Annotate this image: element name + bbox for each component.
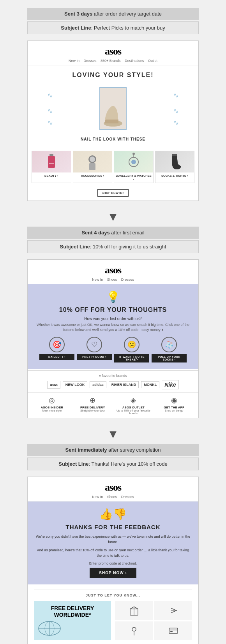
email1-hero-title: LOVING YOUR STYLE!: [35, 72, 191, 79]
email1-subject-bold: Subject Line: [61, 25, 91, 31]
brand-newlook: NEW LOOK: [63, 381, 88, 388]
svg-rect-3: [49, 163, 54, 164]
zigzag-icon-4: ∿: [173, 91, 179, 100]
email1-sent-suffix: after order delivery target date: [92, 11, 162, 17]
icon-box-4: [154, 621, 192, 640]
icon-box-3: [115, 621, 153, 640]
email3-nav: New In Shoes Dresses: [28, 495, 198, 499]
email1-logo: asos: [28, 46, 198, 57]
pull-up-label: PULL UP YOUR SOCKS ›: [152, 354, 187, 362]
email2-subject-banner: Subject Line: 10% off for giving it to u…: [27, 240, 199, 253]
icon-box-2: [154, 601, 192, 620]
email2-footer: ◎ ASOS INSIDER Meet more style ⊕ FREE DE…: [28, 392, 198, 418]
app-title: GET THE APP: [154, 406, 195, 409]
email3-promo-text: Enter promo code at checkout.: [35, 561, 191, 565]
feedback-btn-pull-up[interactable]: 🧦 PULL UP YOUR SOCKS ›: [152, 337, 187, 362]
email1-nav: New In Dresses 850+ Brands Destinations …: [28, 59, 198, 63]
cat-jewellery-label: JEWELLERY & WATCHES ›: [114, 172, 153, 183]
shoe-icon: [101, 98, 125, 129]
icon-box-1: [115, 601, 153, 620]
email3-subject-bold: Subject Line: [58, 461, 88, 467]
cat-beauty-label: BEAUTY ›: [32, 172, 71, 179]
email3-sent-bold: Sent immediately: [65, 447, 107, 453]
thumbs-icon: 👍👎: [35, 508, 191, 521]
card-icon: [168, 625, 179, 636]
feedback-btn-pretty-good[interactable]: ♡ PRETTY GOOD ›: [77, 337, 112, 362]
email2-subject-text: : 10% off for giving it to us straight: [90, 244, 166, 250]
cat-jewellery[interactable]: JEWELLERY & WATCHES ›: [114, 151, 154, 183]
delivery-icon: ⊕: [72, 396, 113, 405]
outlet-icon: ◈: [113, 396, 154, 405]
footer-outlet: ◈ ASOS OUTLET Up to 70% off your favouri…: [113, 396, 154, 415]
nailed-it-label: NAILED IT ›: [39, 354, 74, 360]
email3-bottom: JUST TO LET YOU KNOW... FREE DELIVERY WO…: [28, 584, 198, 644]
svg-rect-5: [89, 163, 95, 170]
email3-two-col: FREE DELIVERY WORLDWIDE*: [34, 601, 192, 640]
email2-feedback-btns: 🎯 NAILED IT › ♡ PRETTY GOOD › 😕 IT WASN'…: [35, 337, 191, 362]
email2-brands: ♦ favourite brands asos NEW LOOK adidas …: [28, 370, 198, 392]
email2-sent-bold: Sent 4 days: [81, 230, 109, 236]
arrow-icon: [168, 605, 179, 616]
wasnt-quite-icon: 😕: [124, 337, 139, 352]
email1-sent-bold: Sent 3 days: [64, 11, 92, 17]
email3-just-know: JUST TO LET YOU KNOW...: [34, 589, 192, 597]
email2-desc: Whether it was awesome or just OK, we wa…: [35, 322, 191, 332]
globe-icon: [38, 621, 61, 636]
insider-title: ASOS INSIDER: [32, 406, 72, 409]
email1-subject-text: : Perfect Picks to match your buy: [91, 25, 165, 31]
cat-accessories[interactable]: ACCESSORIES ›: [73, 151, 113, 183]
delivery-desc: Straight to your door: [72, 409, 113, 412]
email2-title: 10% OFF FOR YOUR THOUGHTS: [35, 306, 191, 313]
email3-mock: asos New In Shoes Dresses 👍👎 THANKS FOR …: [27, 477, 199, 644]
free-delivery-text: FREE DELIVERY WORLDWIDE*: [38, 605, 107, 618]
app-icon: ◉: [154, 396, 195, 405]
svg-point-8: [131, 160, 136, 164]
svg-point-19: [132, 627, 136, 631]
email2-hero: 💡 10% OFF FOR YOUR THOUGHTS How was your…: [28, 284, 198, 369]
zigzag-icon-5: ∿: [173, 107, 179, 115]
insider-desc: Meet more style: [32, 409, 72, 412]
email2-nav: New In Shoes Dresses: [28, 278, 198, 282]
email1-hero-image-area: ∿ ∿ ∿ ∿ ∿ ∿: [35, 83, 191, 134]
pretty-good-label: PRETTY GOOD ›: [77, 354, 112, 360]
cat-socks[interactable]: SOCKS & TIGHTS ›: [155, 151, 195, 183]
cat-accessories-image: [73, 151, 112, 172]
email3-left-col: FREE DELIVERY WORLDWIDE*: [34, 601, 111, 640]
email1-subject-banner: Subject Line: Perfect Picks to match you…: [27, 21, 199, 34]
email3-hero: 👍👎 THANKS FOR THE FEEDBACK We're sorry y…: [28, 501, 198, 584]
svg-rect-2: [48, 156, 55, 168]
app-desc: Shop on the go: [154, 409, 195, 412]
feedback-btn-wasnt-quite[interactable]: 😕 IT WASN'T QUITE THERE ›: [114, 337, 149, 362]
email3-shop-now-btn[interactable]: SHOP NOW ›: [90, 568, 136, 578]
zigzag-icon-1: ∿: [47, 91, 53, 100]
cat-accessories-label: ACCESSORIES ›: [73, 172, 112, 179]
svg-rect-20: [169, 628, 178, 633]
email1-header: asos New In Dresses 850+ Brands Destinat…: [28, 41, 198, 65]
email3-right-col: [115, 601, 192, 640]
feedback-btn-nailed[interactable]: 🎯 NAILED IT ›: [39, 337, 74, 362]
zigzag-icon-3: ∿: [47, 118, 53, 127]
cat-socks-image: [155, 151, 194, 172]
email1-mock: asos New In Dresses 850+ Brands Destinat…: [27, 40, 199, 201]
email2-header: asos New In Shoes Dresses: [28, 260, 198, 284]
zigzag-icon-2: ∿: [47, 107, 53, 115]
email2-logo: asos: [28, 264, 198, 276]
wasnt-quite-label: IT WASN'T QUITE THERE ›: [114, 354, 149, 362]
email2-subject-bold: Subject Line: [60, 244, 90, 250]
insider-icon: ◎: [32, 396, 72, 405]
email3-right-icons: [115, 601, 192, 640]
nailed-it-icon: 🎯: [49, 337, 65, 352]
zigzag-icon-6: ∿: [173, 118, 179, 127]
down-arrow-2: ▼: [107, 428, 119, 441]
cat-socks-label: SOCKS & TIGHTS ›: [155, 172, 194, 179]
cat-beauty[interactable]: BEAUTY ›: [32, 151, 71, 183]
down-arrow-1: ▼: [107, 210, 119, 223]
brand-adidas: adidas: [90, 381, 106, 388]
email1-shop-btn[interactable]: SHOP NEW IN ›: [97, 189, 129, 197]
free-delivery-box: FREE DELIVERY WORLDWIDE*: [34, 601, 111, 640]
footer-app: ◉ GET THE APP Shop on the go: [154, 396, 195, 415]
email3-desc2: And as promised, here's that 10% off cod…: [35, 548, 191, 558]
email3-sent-suffix: after survey completion: [107, 447, 161, 453]
pull-up-icon: 🧦: [161, 337, 177, 352]
package-icon: [129, 605, 139, 616]
